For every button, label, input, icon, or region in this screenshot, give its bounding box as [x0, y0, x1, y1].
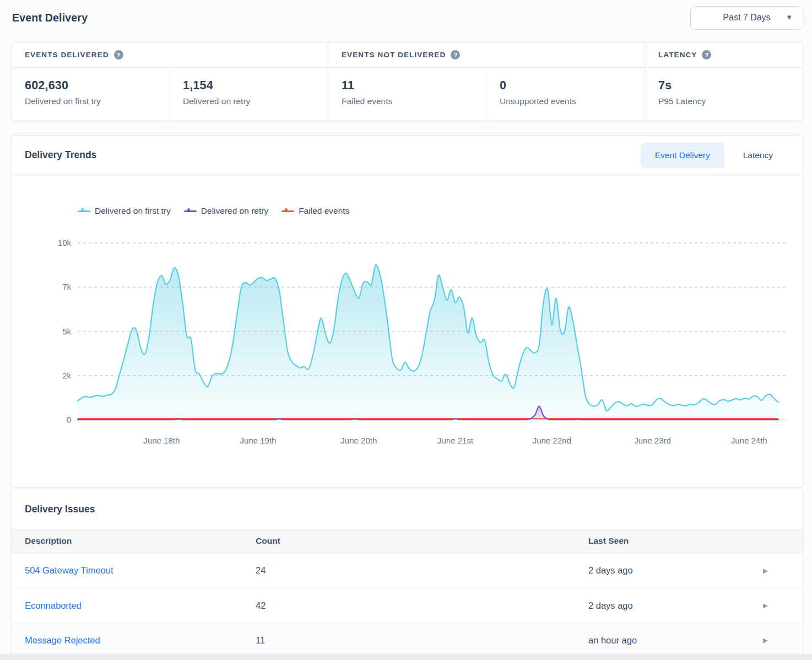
- stat-failed-value: 11: [342, 79, 473, 93]
- delivery-issues-card: Delivery Issues Description Count Last S…: [11, 489, 803, 658]
- chart-legend: Delivered on first try Delivered on retr…: [78, 204, 803, 218]
- stat-first-try-value: 602,630: [25, 79, 156, 93]
- x-tick-label: June 24th: [731, 436, 767, 445]
- series-delivered-on-first-try-area: [78, 265, 778, 420]
- issue-count: 42: [256, 601, 588, 611]
- x-tick-label: June 18th: [143, 436, 180, 445]
- stat-p95-value: 7s: [658, 79, 789, 93]
- stat-unsupported: 0 Unsupported events: [486, 68, 645, 121]
- stats-values-row: 602,630 Delivered on first try 1,154 Del…: [12, 68, 803, 121]
- legend-item-retry[interactable]: Delivered on retry: [184, 206, 268, 216]
- stat-retry: 1,154 Delivered on retry: [170, 68, 328, 121]
- caret-down-icon: ▼: [786, 14, 793, 21]
- issue-link-econnaborted[interactable]: Econnaborted: [25, 601, 82, 610]
- y-tick-label: 5k: [62, 327, 71, 336]
- legend-label-first-try: Delivered on first try: [95, 206, 171, 216]
- x-tick-label: June 22nd: [533, 436, 571, 445]
- issue-count: 11: [256, 635, 588, 646]
- table-row[interactable]: Econnaborted 42 2 days ago ▶: [12, 588, 803, 623]
- table-row[interactable]: 504 Gateway Timeout 24 2 days ago ▶: [12, 553, 803, 588]
- stat-section-delivered: 602,630 Delivered on first try 1,154 Del…: [12, 68, 328, 121]
- issues-title-row: Delivery Issues: [12, 489, 803, 529]
- table-row[interactable]: Message Rejected 11 an hour ago ▶: [12, 623, 803, 657]
- stats-summary-card: EVENTS DELIVERED ? EVENTS NOT DELIVERED …: [11, 42, 803, 121]
- x-tick-label: June 21st: [437, 436, 474, 445]
- trends-title: Delivery Trends: [25, 149, 96, 161]
- issue-last-seen: an hour ago: [588, 635, 763, 646]
- issue-last-seen: 2 days ago: [588, 601, 763, 611]
- trends-chart-svg: 02k5k7k10kJune 18thJune 19thJune 20thJun…: [12, 225, 802, 462]
- y-tick-label: 2k: [62, 371, 71, 380]
- stat-p95-latency: 7s P95 Latency: [645, 68, 803, 121]
- chevron-right-icon[interactable]: ▶: [763, 567, 803, 575]
- legend-label-failed: Failed events: [299, 206, 349, 216]
- events-not-delivered-label: EVENTS NOT DELIVERED: [342, 51, 446, 59]
- stat-first-try: 602,630 Delivered on first try: [12, 68, 170, 121]
- stats-section-events-not-delivered: EVENTS NOT DELIVERED ?: [328, 42, 645, 67]
- stats-header-row: EVENTS DELIVERED ? EVENTS NOT DELIVERED …: [12, 42, 803, 68]
- legend-item-first-try[interactable]: Delivered on first try: [78, 206, 171, 216]
- x-tick-label: June 20th: [340, 436, 377, 445]
- delivery-trends-card: Delivery Trends Event Delivery Latency D…: [11, 135, 803, 488]
- stat-first-try-label: Delivered on first try: [25, 96, 156, 106]
- stats-section-latency: LATENCY ?: [645, 42, 803, 67]
- stats-section-events-delivered: EVENTS DELIVERED ?: [12, 42, 328, 67]
- issue-last-seen: 2 days ago: [588, 565, 763, 576]
- stat-p95-label: P95 Latency: [658, 96, 789, 106]
- column-header-description: Description: [25, 536, 256, 546]
- latency-label: LATENCY: [658, 51, 697, 59]
- legend-label-retry: Delivered on retry: [201, 206, 268, 216]
- stat-unsupported-value: 0: [500, 79, 631, 93]
- y-tick-label: 0: [67, 415, 71, 424]
- chevron-right-icon[interactable]: ▶: [763, 636, 803, 644]
- stat-section-not-delivered: 11 Failed events 0 Unsupported events: [328, 68, 645, 121]
- event-delivery-page: Event Delivery Past 7 Days ▼ EVENTS DELI…: [0, 0, 812, 660]
- column-header-last-seen: Last Seen: [588, 536, 763, 546]
- page-header: Event Delivery Past 7 Days ▼: [0, 0, 812, 31]
- legend-marker-failed-icon: [282, 208, 294, 214]
- x-tick-label: June 19th: [240, 436, 277, 445]
- issue-link-message-rejected[interactable]: Message Rejected: [25, 635, 100, 645]
- stat-section-latency-values: 7s P95 Latency: [645, 68, 803, 121]
- stat-unsupported-label: Unsupported events: [500, 96, 631, 106]
- issues-title: Delivery Issues: [25, 504, 95, 515]
- page-bottom-strip: [0, 654, 812, 660]
- events-delivered-label: EVENTS DELIVERED: [25, 51, 109, 59]
- issues-table-header: Description Count Last Seen: [12, 529, 803, 553]
- issue-count: 24: [256, 565, 588, 576]
- time-range-value: Past 7 Days: [723, 13, 770, 23]
- stat-failed: 11 Failed events: [328, 68, 486, 121]
- y-tick-label: 7k: [62, 282, 71, 291]
- stat-retry-label: Delivered on retry: [183, 96, 315, 106]
- time-range-dropdown[interactable]: Past 7 Days ▼: [690, 6, 803, 30]
- legend-item-failed[interactable]: Failed events: [282, 206, 349, 216]
- chevron-right-icon[interactable]: ▶: [763, 602, 803, 609]
- x-tick-label: June 23rd: [634, 436, 671, 445]
- page-title: Event Delivery: [12, 12, 88, 24]
- tab-event-delivery[interactable]: Event Delivery: [641, 143, 724, 168]
- stat-retry-value: 1,154: [183, 79, 315, 93]
- help-icon[interactable]: ?: [702, 50, 711, 59]
- help-icon[interactable]: ?: [451, 50, 460, 59]
- help-icon[interactable]: ?: [114, 50, 123, 59]
- column-header-count: Count: [256, 536, 588, 546]
- legend-marker-first-try-icon: [78, 208, 90, 214]
- stat-failed-label: Failed events: [342, 96, 473, 106]
- trends-header: Delivery Trends Event Delivery Latency: [12, 136, 803, 175]
- issue-link-504-gateway-timeout[interactable]: 504 Gateway Timeout: [25, 565, 113, 575]
- legend-marker-retry-icon: [184, 208, 197, 214]
- y-tick-label: 10k: [58, 238, 72, 247]
- tab-latency[interactable]: Latency: [727, 143, 789, 168]
- trends-tabs: Event Delivery Latency: [641, 143, 789, 168]
